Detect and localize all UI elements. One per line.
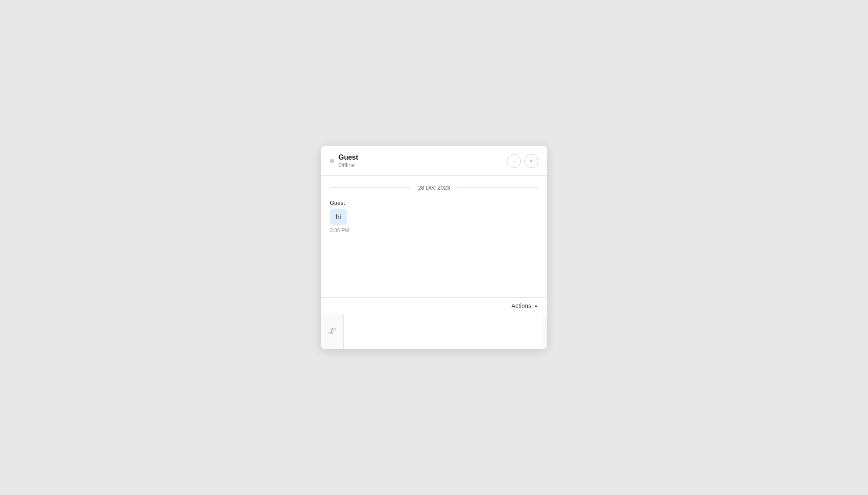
message-bubble: hi xyxy=(330,209,347,225)
chat-header: Guest Offline − × xyxy=(321,146,547,175)
message-time: 3:36 PM xyxy=(330,227,538,233)
contact-status: Offline xyxy=(339,162,507,168)
chat-main-content: End Session Set chat title Transfer Chat… xyxy=(321,298,547,314)
actions-label: Actions xyxy=(511,302,531,309)
message-input[interactable] xyxy=(344,314,547,349)
chat-window: Guest Offline − × 28 Dec 2023 Guest hi 3… xyxy=(321,146,547,348)
message-group: Guest hi 3:36 PM xyxy=(330,200,538,233)
attach-button[interactable]: 🖇 xyxy=(321,314,344,349)
close-button[interactable]: × xyxy=(524,154,538,168)
date-line-right xyxy=(457,187,538,188)
date-line-left xyxy=(330,187,411,188)
minimize-button[interactable]: − xyxy=(507,154,521,168)
actions-bar: Actions ▲ xyxy=(321,298,547,314)
chat-body: 28 Dec 2023 Guest hi 3:36 PM xyxy=(321,176,547,297)
status-dot xyxy=(330,159,334,163)
chat-input-area: 🖇 xyxy=(321,314,547,349)
message-sender: Guest xyxy=(330,200,538,206)
header-info: Guest Offline xyxy=(339,153,507,168)
date-divider: 28 Dec 2023 xyxy=(330,184,538,191)
actions-button[interactable]: Actions ▲ xyxy=(511,302,538,309)
date-text: 28 Dec 2023 xyxy=(411,184,457,191)
header-actions: − × xyxy=(507,154,538,168)
paperclip-icon: 🖇 xyxy=(328,326,337,336)
contact-name: Guest xyxy=(339,153,507,161)
actions-arrow-icon: ▲ xyxy=(534,303,538,308)
